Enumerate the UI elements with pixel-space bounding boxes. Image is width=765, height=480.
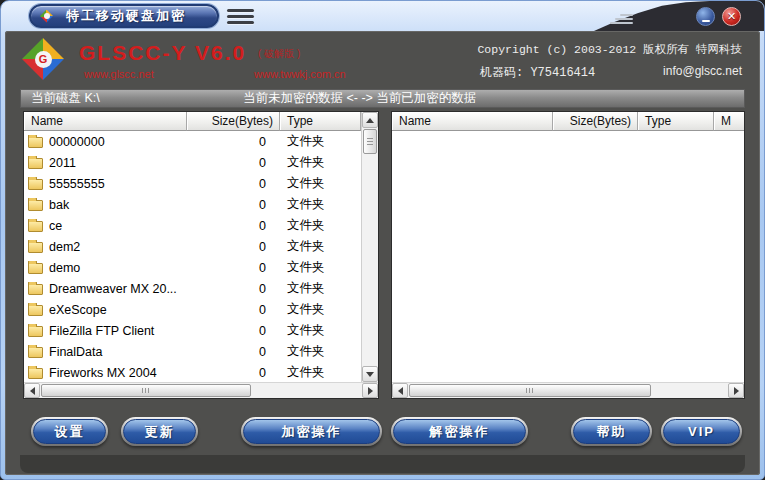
vertical-scroll-thumb[interactable]: [363, 129, 377, 154]
settings-button[interactable]: 设置: [31, 417, 108, 446]
minimize-button[interactable]: [696, 7, 715, 26]
folder-icon: [28, 179, 43, 190]
column-header-name[interactable]: Name: [392, 112, 553, 131]
file-name: 00000000: [49, 135, 105, 149]
scroll-left-button[interactable]: [392, 383, 408, 398]
scroll-up-button[interactable]: [362, 112, 378, 128]
update-button[interactable]: 更新: [121, 417, 198, 446]
folder-icon: [28, 242, 43, 253]
column-header-size[interactable]: Size(Bytes): [553, 112, 638, 131]
menu-icon[interactable]: [227, 9, 254, 27]
encrypt-button-label: 加密操作: [243, 419, 380, 444]
file-name: Fireworks MX 2004: [49, 366, 157, 380]
decrypt-button[interactable]: 解密操作: [391, 417, 528, 446]
file-row[interactable]: 2011 0 文件夹: [24, 152, 361, 173]
titlebar[interactable]: 特工移动硬盘加密 ✕: [1, 1, 764, 31]
file-row[interactable]: ce 0 文件夹: [24, 215, 361, 236]
file-name: dem2: [49, 240, 80, 254]
file-name: FinalData: [49, 345, 103, 359]
file-size: 0: [187, 366, 280, 380]
website-secondary[interactable]: www.twwkj.com.cn: [254, 68, 346, 80]
file-name: eXeScope: [49, 303, 107, 317]
vip-button[interactable]: VIP: [661, 417, 742, 446]
left-vertical-scrollbar[interactable]: [361, 112, 378, 382]
folder-icon: [28, 326, 43, 337]
footer-strip: [20, 455, 745, 473]
file-row[interactable]: bak 0 文件夹: [24, 194, 361, 215]
contact-email: info@glscc.net: [663, 64, 742, 81]
file-size: 0: [187, 240, 280, 254]
column-header-modified[interactable]: M: [714, 112, 744, 131]
app-window: 特工移动硬盘加密 ✕ G GLSCC-Y V6.0 ( 破解版 ) www.gl…: [0, 0, 765, 480]
file-row[interactable]: FinalData 0 文件夹: [24, 341, 361, 362]
folder-icon: [28, 221, 43, 232]
file-row[interactable]: 00000000 0 文件夹: [24, 131, 361, 152]
left-column-headers: Name Size(Bytes) Type: [24, 112, 378, 131]
speedline-decoration: [615, 18, 633, 20]
column-header-type[interactable]: Type: [638, 112, 714, 131]
right-file-list: [392, 131, 744, 382]
file-row[interactable]: dem2 0 文件夹: [24, 236, 361, 257]
file-size: 0: [187, 261, 280, 275]
file-size: 0: [187, 219, 280, 233]
arrow-right-icon: [368, 387, 377, 395]
file-row[interactable]: 55555555 0 文件夹: [24, 173, 361, 194]
help-button[interactable]: 帮助: [571, 417, 652, 446]
file-type: 文件夹: [280, 196, 325, 213]
window-title: 特工移动硬盘加密: [66, 7, 186, 25]
scroll-down-button[interactable]: [362, 366, 378, 382]
status-bar: 当前磁盘 K:\ 当前未加密的数据 <- -> 当前已加密的数据: [20, 89, 745, 108]
file-row[interactable]: Fireworks MX 2004 0 文件夹: [24, 362, 361, 382]
horizontal-scroll-track[interactable]: [408, 383, 728, 398]
product-note: ( 破解版 ): [258, 47, 300, 61]
scroll-left-button[interactable]: [24, 383, 40, 398]
main-content: G GLSCC-Y V6.0 ( 破解版 ) www.glscc.net www…: [5, 31, 760, 475]
file-size: 0: [187, 177, 280, 191]
file-type: 文件夹: [280, 154, 325, 171]
column-header-type[interactable]: Type: [280, 112, 361, 131]
product-title: GLSCC-Y V6.0: [79, 41, 246, 65]
file-row[interactable]: Dreamweaver MX 20... 0 文件夹: [24, 278, 361, 299]
left-horizontal-scrollbar[interactable]: [24, 382, 378, 398]
scroll-right-button[interactable]: [728, 383, 744, 398]
arrow-down-icon: [366, 372, 374, 381]
file-type: 文件夹: [280, 280, 325, 297]
file-type: 文件夹: [280, 217, 325, 234]
right-horizontal-scrollbar[interactable]: [392, 382, 744, 398]
file-size: 0: [187, 135, 280, 149]
window-title-pill: 特工移动硬盘加密: [29, 4, 219, 28]
right-column-headers: Name Size(Bytes) Type M: [392, 112, 744, 131]
website-primary[interactable]: www.glscc.net: [84, 68, 154, 80]
horizontal-scroll-thumb[interactable]: [409, 384, 651, 397]
encrypt-button[interactable]: 加密操作: [241, 417, 382, 446]
arrow-up-icon: [366, 114, 374, 123]
file-type: 文件夹: [280, 133, 325, 150]
file-type: 文件夹: [280, 238, 325, 255]
file-name: bak: [49, 198, 69, 212]
speedline-decoration: [610, 22, 633, 24]
file-type: 文件夹: [280, 301, 325, 318]
file-row[interactable]: demo 0 文件夹: [24, 257, 361, 278]
file-size: 0: [187, 282, 280, 296]
file-size: 0: [187, 156, 280, 170]
unencrypted-file-panel: Name Size(Bytes) Type 00000000 0 文件夹 201…: [23, 111, 379, 399]
machine-code: 机器码: Y75416414: [480, 64, 595, 81]
arrow-right-icon: [734, 387, 743, 395]
horizontal-scroll-track[interactable]: [40, 383, 362, 398]
column-header-size[interactable]: Size(Bytes): [187, 112, 280, 131]
copyright-text: Copyright (c) 2003-2012 版权所有 特网科技: [477, 42, 742, 57]
scroll-right-button[interactable]: [362, 383, 378, 398]
speedline-decoration: [620, 14, 633, 16]
arrow-left-icon: [394, 387, 403, 395]
file-row[interactable]: FileZilla FTP Client 0 文件夹: [24, 320, 361, 341]
file-type: 文件夹: [280, 259, 325, 276]
column-header-name[interactable]: Name: [24, 112, 187, 131]
file-name: demo: [49, 261, 80, 275]
decrypt-button-label: 解密操作: [393, 419, 526, 444]
horizontal-scroll-thumb[interactable]: [41, 384, 251, 397]
app-logo-icon: [40, 10, 53, 23]
close-button[interactable]: ✕: [722, 7, 741, 26]
settings-button-label: 设置: [33, 419, 106, 444]
folder-icon: [28, 158, 43, 169]
file-row[interactable]: eXeScope 0 文件夹: [24, 299, 361, 320]
